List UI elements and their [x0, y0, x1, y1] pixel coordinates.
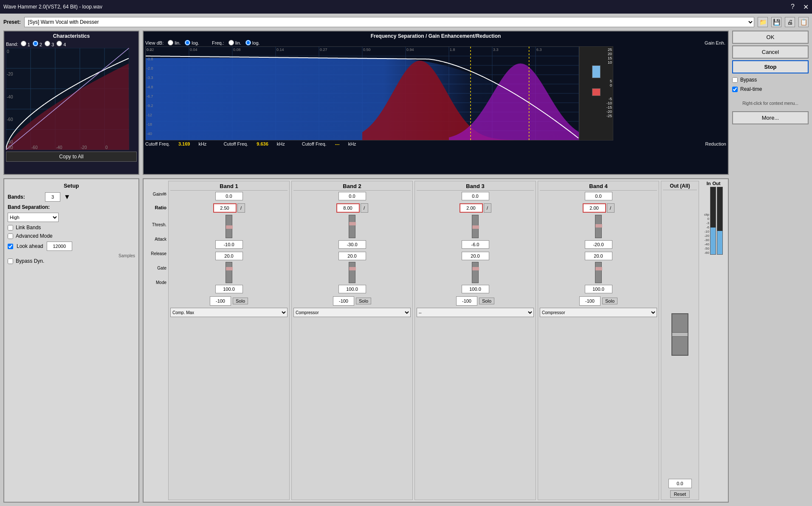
setup-panel: Setup Bands: ▼ Band Separation: High Low… — [3, 178, 139, 503]
band4-thresh-input[interactable] — [585, 240, 612, 249]
band4-gate-input[interactable] — [579, 296, 601, 306]
realtime-row: Real-time — [732, 86, 809, 92]
out-all-slider[interactable] — [671, 313, 688, 356]
band4-attack-slider[interactable] — [595, 262, 602, 283]
band1-solo-button[interactable]: Solo — [233, 298, 248, 304]
band2-attack-slider[interactable] — [349, 262, 355, 283]
ok-button[interactable]: OK — [732, 31, 809, 44]
band3-attack-slider[interactable] — [472, 262, 479, 283]
advanced-mode-label: Advanced Mode — [16, 233, 53, 239]
band2-solo-button[interactable]: Solo — [356, 298, 371, 304]
bands-input[interactable] — [45, 192, 60, 202]
realtime-label: Real-time — [740, 86, 762, 92]
bands-dropdown-icon[interactable]: ▼ — [64, 193, 70, 201]
band4-release-input[interactable] — [585, 285, 612, 293]
band3-radio[interactable] — [45, 41, 50, 46]
band4-solo-button[interactable]: Solo — [602, 298, 617, 304]
link-bands-checkbox[interactable] — [8, 225, 13, 231]
band1-release-input[interactable] — [215, 285, 243, 293]
cancel-button[interactable]: Cancel — [732, 45, 809, 59]
band1-radio[interactable] — [21, 41, 26, 46]
copy-button[interactable]: 📋 — [798, 17, 809, 27]
band2-label[interactable]: 2 — [33, 41, 42, 47]
freq-log-radio[interactable] — [245, 40, 251, 45]
view-log-radio[interactable] — [185, 40, 190, 45]
gain-meter: 25 20 15 10 5 0 -5 -10 -15 -20 -25 — [579, 46, 613, 141]
band3-thresh-input[interactable] — [462, 240, 489, 249]
bypass-dyn-checkbox[interactable] — [8, 259, 13, 264]
realtime-checkbox[interactable] — [732, 87, 738, 92]
band3-ratio-slash[interactable]: / — [484, 203, 491, 213]
band1-slider[interactable] — [226, 215, 232, 238]
out-all-input[interactable] — [668, 479, 692, 488]
band1-label[interactable]: 1 — [21, 41, 30, 47]
band4-gain-input[interactable] — [585, 192, 612, 200]
band1-attack-input[interactable] — [215, 252, 243, 260]
more-button[interactable]: More... — [732, 111, 809, 124]
band3-label[interactable]: 3 — [45, 41, 54, 47]
band3-release-input[interactable] — [462, 285, 489, 293]
band1-mode-select[interactable]: Comp. Max Compressor Expander — [170, 308, 288, 317]
bypass-checkbox[interactable] — [732, 77, 738, 83]
advanced-mode-checkbox[interactable] — [8, 233, 13, 239]
band3-slider[interactable] — [472, 215, 479, 238]
save-button[interactable]: 💾 — [771, 17, 781, 27]
band2-radio[interactable] — [33, 41, 38, 46]
thresh-row-label: Thresh. — [145, 220, 166, 229]
view-lin-radio[interactable] — [168, 40, 173, 45]
band2-ratio-slash[interactable]: / — [361, 203, 368, 213]
band-sep-select[interactable]: High Low Medium — [8, 213, 59, 222]
band4-label[interactable]: 4 — [56, 41, 66, 47]
band4-ratio-input[interactable] — [583, 203, 606, 213]
folder-button[interactable]: 📁 — [758, 17, 768, 27]
band1-column: Band 1 / — [168, 181, 290, 500]
band4-slider[interactable] — [595, 215, 602, 238]
stop-button[interactable]: Stop — [732, 60, 809, 73]
copy-all-button[interactable]: Copy to All — [6, 152, 137, 162]
look-ahead-checkbox[interactable] — [8, 244, 13, 249]
view-log-option[interactable]: log. — [185, 40, 199, 45]
band2-release-input[interactable] — [338, 285, 366, 293]
help-button[interactable]: ? — [791, 3, 795, 11]
print-button[interactable]: 🖨 — [785, 17, 795, 27]
cutoff1-unit: kHz — [198, 141, 206, 146]
band1-ratio-input[interactable] — [213, 203, 237, 213]
band2-slider[interactable] — [349, 215, 355, 238]
look-ahead-input[interactable] — [47, 242, 72, 251]
freq-title: Frequency Separation / Gain Enhancement/… — [145, 33, 726, 39]
band3-attack-input[interactable] — [462, 252, 489, 260]
frequency-panel: Frequency Separation / Gain Enhancement/… — [143, 31, 729, 175]
title-bar: Wave Hammer 2.0(VST2, 64 Bit) - loop.wav… — [0, 0, 812, 14]
freq-log-option[interactable]: log. — [245, 40, 260, 45]
band1-gain-input[interactable] — [215, 192, 243, 200]
band1-ratio-slash[interactable]: / — [237, 203, 245, 213]
band2-thresh-input[interactable] — [338, 240, 366, 249]
band1-thresh-input[interactable] — [215, 240, 243, 249]
band3-gate-input[interactable] — [456, 296, 477, 306]
freq-lin-radio[interactable] — [228, 40, 234, 45]
characteristics-panel: Characteristics Band: 1 2 3 4 Copy to Al… — [3, 31, 139, 175]
meter-bars: clip 0 -3 -6 -10 -20 -30 -40 -50 -60 — [704, 187, 723, 255]
band4-attack-input[interactable] — [585, 252, 612, 260]
band2-gate-input[interactable] — [333, 296, 354, 306]
band2-mode-select[interactable]: Compressor Comp. Max — [293, 308, 411, 317]
band3-solo-button[interactable]: Solo — [479, 298, 494, 304]
close-button[interactable]: ✕ — [803, 3, 809, 11]
band4-slider-thumb — [595, 224, 602, 228]
band4-ratio-slash[interactable]: / — [607, 203, 615, 213]
band4-radio[interactable] — [56, 41, 62, 46]
band4-mode-select[interactable]: Compressor Comp. Max — [540, 308, 657, 317]
preset-select[interactable]: [Sys] Warm Vocal with Deesser — [24, 17, 754, 27]
freq-lin-option[interactable]: lin. — [228, 40, 241, 45]
band3-gain-input[interactable] — [462, 192, 489, 200]
reset-button[interactable]: Reset — [670, 490, 690, 498]
band2-ratio-input[interactable] — [336, 203, 360, 213]
band3-ratio-input[interactable] — [460, 203, 483, 213]
band1-attack-slider[interactable] — [226, 262, 232, 283]
band2-attack-input[interactable] — [338, 252, 366, 260]
band3-mode-select[interactable]: -- Compressor — [417, 308, 534, 317]
band2-gain-input[interactable] — [338, 192, 366, 200]
gain-enh-label: Gain Enh. — [705, 40, 726, 45]
view-lin-option[interactable]: lin. — [168, 40, 180, 45]
band1-gate-input[interactable] — [210, 296, 231, 306]
